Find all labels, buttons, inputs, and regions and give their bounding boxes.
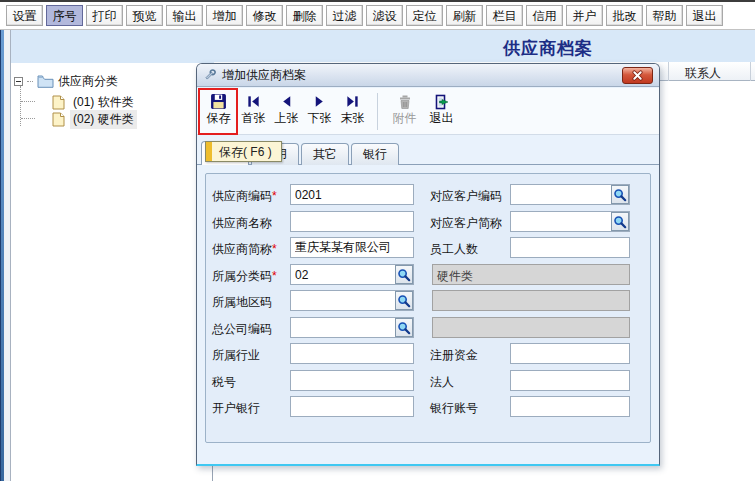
toolbar-button-label: 末张 — [336, 111, 369, 126]
column-header-contact: 联系人 — [685, 65, 721, 82]
form-input[interactable] — [510, 370, 630, 391]
category-tree-panel: 供应商分类 (01) 软件类(02) 硬件类 — [12, 63, 213, 481]
exit-icon — [434, 94, 450, 110]
readonly-field: 硬件类 — [432, 264, 630, 285]
form-input[interactable] — [510, 396, 630, 417]
tree-root-supplier-category[interactable]: 供应商分类 — [14, 72, 118, 90]
first-record-icon — [246, 94, 261, 109]
add-supplier-dialog: 增加供应商档案 保存首张上张下张末张附件退出 基本信用其它银行 保存( F6 )… — [196, 63, 660, 466]
field-wrapper — [510, 396, 630, 417]
menubar-button[interactable]: 退出 — [686, 5, 723, 26]
toolbar-button-save[interactable]: 保存 — [200, 92, 237, 126]
toolbar-button-prev-record[interactable]: 上张 — [270, 92, 303, 126]
form-row-right — [206, 290, 650, 311]
toolbar-button-label: 下张 — [303, 111, 336, 126]
toolbar-button-label: 退出 — [423, 111, 460, 126]
basic-info-groupbox: 供应商编码*供应商名称供应商简称*所属分类码*所属地区码总公司编码所属行业税号开… — [205, 173, 651, 443]
lookup-button[interactable] — [611, 212, 629, 231]
tree-item-category[interactable]: (02) 硬件类 — [52, 111, 137, 128]
readonly-field — [432, 317, 630, 338]
menubar-button[interactable]: 增加 — [206, 5, 243, 26]
tab-bank[interactable]: 银行 — [351, 143, 399, 165]
magnifier-icon — [613, 215, 627, 229]
menubar-button[interactable]: 信用 — [526, 5, 563, 26]
field-label-text: 员工人数 — [430, 242, 478, 256]
document-icon — [52, 112, 65, 127]
field-label: 法人 — [430, 374, 454, 391]
dialog-title: 增加供应商档案 — [222, 67, 306, 84]
menubar-button[interactable]: 输出 — [166, 5, 203, 26]
field-label-text: 对应客户简称 — [430, 216, 502, 230]
menubar-button[interactable]: 设置 — [6, 5, 43, 26]
wrench-icon — [203, 68, 217, 82]
form-input[interactable] — [510, 343, 630, 364]
tree-item-category[interactable]: (01) 软件类 — [52, 94, 137, 111]
document-icon — [52, 95, 65, 110]
page-title: 供应商档案 — [503, 37, 593, 60]
toolbar-button-label: 附件 — [386, 111, 423, 126]
menubar-button[interactable]: 打印 — [86, 5, 123, 26]
field-wrapper — [510, 211, 630, 232]
menubar-button[interactable]: 批改 — [606, 5, 643, 26]
column-separator — [750, 62, 751, 81]
field-label-text: 银行账号 — [430, 401, 478, 415]
next-record-icon — [312, 94, 327, 109]
toolbar-button-label: 首张 — [237, 111, 270, 126]
tree-connector — [21, 118, 35, 119]
toolbar-button-first-record[interactable]: 首张 — [237, 92, 270, 126]
save-tooltip: 保存( F6 ) — [205, 141, 282, 162]
attachment-icon — [397, 94, 413, 110]
toolbar-button-exit[interactable]: 退出 — [423, 92, 460, 126]
form-row-right: 注册资金 — [206, 343, 650, 364]
last-record-icon — [345, 94, 360, 109]
toolbar-button-attachment: 附件 — [386, 92, 423, 126]
title-band — [0, 30, 755, 63]
tree-connector — [20, 86, 22, 126]
form-input[interactable] — [510, 237, 630, 258]
menubar-button[interactable]: 栏目 — [486, 5, 523, 26]
tree-connector — [27, 81, 33, 82]
menubar-button[interactable]: 预览 — [126, 5, 163, 26]
menubar-button[interactable]: 过滤 — [326, 5, 363, 26]
field-label: 银行账号 — [430, 400, 478, 417]
menubar-button[interactable]: 滤设 — [366, 5, 403, 26]
field-label-text: 法人 — [430, 375, 454, 389]
menubar-button[interactable]: 并户 — [566, 5, 603, 26]
magnifier-icon — [613, 188, 627, 202]
toolbar-button-label: 保存 — [200, 111, 237, 126]
field-label: 对应客户编码 — [430, 188, 502, 205]
application-window: 设置序号打印预览输出增加修改删除过滤滤设定位刷新栏目信用并户批改帮助退出 供应商… — [0, 0, 755, 481]
menubar-button[interactable]: 定位 — [406, 5, 443, 26]
form-row-right: 硬件类 — [206, 264, 650, 285]
toolbar-button-last-record[interactable]: 末张 — [336, 92, 369, 126]
readonly-field — [432, 290, 630, 311]
field-label: 注册资金 — [430, 347, 478, 364]
field-wrapper — [510, 343, 630, 364]
form-row-right: 员工人数 — [206, 237, 650, 258]
expander-minus-icon[interactable] — [14, 77, 23, 86]
menubar-button[interactable]: 帮助 — [646, 5, 683, 26]
field-label-text: 注册资金 — [430, 348, 478, 362]
field-label: 对应客户简称 — [430, 215, 502, 232]
menubar-button[interactable]: 刷新 — [446, 5, 483, 26]
prev-record-icon — [279, 94, 294, 109]
menubar-button[interactable]: 修改 — [246, 5, 283, 26]
form-row-right: 法人 — [206, 370, 650, 391]
toolbar-separator — [377, 93, 378, 130]
dialog-toolbar: 保存首张上张下张末张附件退出 — [197, 88, 659, 135]
tab-other[interactable]: 其它 — [301, 143, 349, 165]
dialog-titlebar: 增加供应商档案 — [197, 64, 659, 87]
save-icon — [210, 93, 227, 110]
menubar-button[interactable]: 序号 — [46, 5, 83, 26]
folder-icon — [37, 74, 54, 88]
close-icon[interactable] — [622, 67, 653, 84]
field-wrapper — [510, 184, 630, 205]
main-menubar: 设置序号打印预览输出增加修改删除过滤滤设定位刷新栏目信用并户批改帮助退出 — [0, 2, 755, 30]
lookup-button[interactable] — [611, 185, 629, 204]
tree-connector — [21, 101, 35, 102]
field-wrapper — [510, 370, 630, 391]
field-label-text: 对应客户编码 — [430, 189, 502, 203]
menubar-button[interactable]: 删除 — [286, 5, 323, 26]
tree-root-label: 供应商分类 — [58, 73, 118, 90]
toolbar-button-next-record[interactable]: 下张 — [303, 92, 336, 126]
